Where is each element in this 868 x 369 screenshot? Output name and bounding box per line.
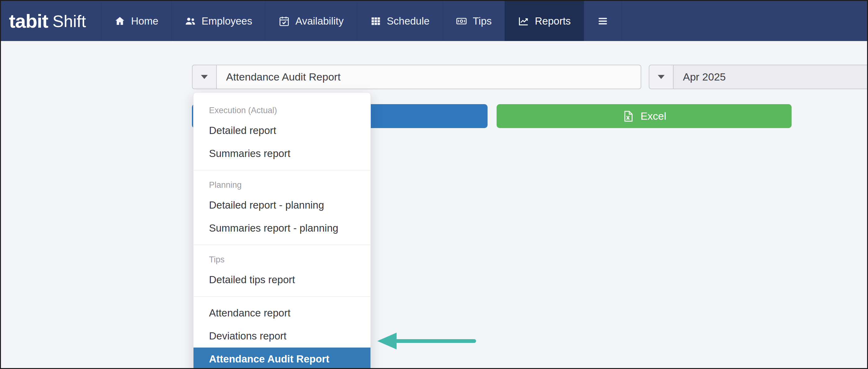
menu-item-detailed-report[interactable]: Detailed report [193, 119, 371, 142]
nav-item-home[interactable]: Home [101, 1, 172, 41]
app-window: tabit Shift Home Employ [0, 0, 868, 369]
report-dropdown-menu: Execution (Actual) Detailed report Summa… [193, 92, 371, 369]
tips-icon [456, 16, 467, 27]
excel-export-button[interactable]: Excel [497, 104, 792, 128]
nav-item-schedule[interactable]: Schedule [357, 1, 443, 41]
home-icon [114, 16, 125, 27]
brand-logo[interactable]: tabit Shift [1, 1, 101, 41]
menu-item-detailed-tips-report[interactable]: Detailed tips report [193, 268, 371, 291]
nav-item-employees[interactable]: Employees [172, 1, 265, 41]
brand-shift: Shift [53, 11, 86, 31]
month-select-value[interactable]: Apr 2025 [674, 65, 868, 89]
annotation-arrow-line [395, 339, 476, 343]
chevron-down-icon [201, 75, 208, 79]
menu-divider [193, 245, 371, 245]
nav-item-tips[interactable]: Tips [442, 1, 505, 41]
excel-file-icon [622, 110, 634, 122]
annotation-arrow-head [377, 333, 397, 349]
chevron-down-icon [658, 75, 664, 79]
nav-item-label: Schedule [387, 15, 430, 27]
nav-item-label: Availability [295, 15, 343, 27]
brand-tabit: tabit [9, 10, 48, 32]
menu-item-summaries-report-planning[interactable]: Summaries report - planning [193, 217, 371, 240]
nav-item-label: Employees [202, 15, 252, 27]
nav-item-reports[interactable]: Reports [505, 1, 584, 41]
menu-item-attendance-audit-report[interactable]: Attendance Audit Report [193, 347, 371, 369]
top-navbar: tabit Shift Home Employ [1, 1, 867, 41]
nav-item-label: Reports [535, 15, 571, 27]
nav-items: Home Employees [101, 1, 622, 41]
month-select-caret-button[interactable] [649, 65, 674, 89]
excel-button-label: Excel [640, 110, 666, 122]
schedule-icon [370, 16, 381, 27]
employees-icon [185, 16, 196, 27]
menu-divider [193, 296, 371, 296]
menu-group-header-execution: Execution (Actual) [193, 101, 371, 119]
menu-group-header-tips: Tips [193, 250, 371, 268]
report-select-caret-button[interactable] [192, 65, 217, 89]
nav-item-availability[interactable]: Availability [265, 1, 356, 41]
menu-item-detailed-report-planning[interactable]: Detailed report - planning [193, 194, 371, 217]
menu-item-deviations-report[interactable]: Deviations report [193, 324, 371, 347]
menu-divider [193, 170, 371, 170]
nav-item-label: Tips [473, 15, 492, 27]
availability-icon [279, 16, 290, 27]
month-select: Apr 2025 [649, 65, 868, 89]
menu-toggle-button[interactable] [584, 1, 622, 41]
menu-item-attendance-report[interactable]: Attendance report [193, 302, 371, 324]
nav-item-label: Home [131, 15, 158, 27]
hamburger-icon [597, 16, 609, 27]
menu-group-header-planning: Planning [193, 175, 371, 194]
menu-item-summaries-report[interactable]: Summaries report [193, 142, 371, 165]
report-type-select: Attendance Audit Report [192, 65, 641, 89]
report-select-value[interactable]: Attendance Audit Report [217, 65, 641, 89]
reports-icon [518, 16, 529, 27]
